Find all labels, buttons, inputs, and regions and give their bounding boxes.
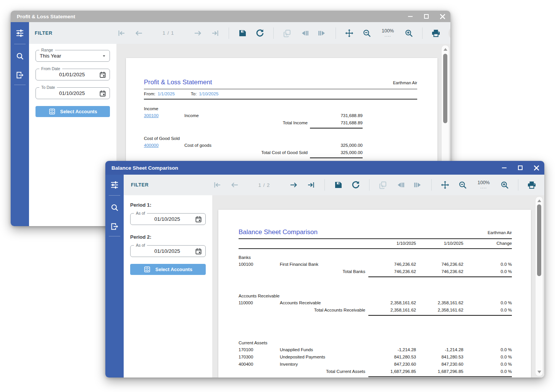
from-date-field[interactable]: From Date — [35, 69, 110, 80]
zoom-out-button[interactable] — [458, 180, 468, 190]
refresh-button[interactable] — [351, 180, 361, 190]
total-label: Total Current Assets — [280, 368, 368, 375]
total-label: Total Banks — [280, 268, 368, 275]
filter-sliders-icon — [15, 29, 24, 38]
report-title: Balance Sheet Comparison — [239, 229, 318, 236]
copy-page-button[interactable] — [282, 28, 292, 38]
scrollbar-thumb[interactable] — [443, 54, 447, 123]
step-forward-button[interactable] — [317, 28, 327, 38]
dropdown-caret[interactable] — [102, 53, 106, 58]
pan-tool-button[interactable] — [344, 28, 354, 38]
refresh-button[interactable] — [255, 28, 265, 38]
account-link[interactable]: 300100 — [144, 113, 158, 118]
minimize-button[interactable] — [502, 165, 507, 170]
period1-asof-label: As of — [134, 211, 147, 215]
select-accounts-button[interactable]: Select Accounts — [35, 106, 110, 117]
scrollbar-thumb[interactable] — [537, 204, 541, 276]
search-button[interactable] — [11, 47, 29, 66]
total-period2: 2,358,161.62 — [416, 307, 463, 316]
bsc-titlebar[interactable]: Balance Sheet Comparison — [105, 161, 544, 175]
first-page-button[interactable] — [116, 28, 126, 38]
to-date-calendar-button[interactable] — [99, 90, 106, 97]
report-company: Earthman Air — [393, 79, 417, 86]
step-forward-icon — [413, 180, 423, 190]
amount-period2: 847,230.60 — [416, 361, 463, 368]
next-page-button[interactable] — [193, 28, 203, 38]
refresh-icon — [351, 180, 361, 190]
period2-asof-field[interactable]: As of — [130, 245, 206, 257]
search-icon — [15, 51, 24, 61]
table-row: 110000 Accounts Receivable 2,358,161.62 … — [239, 299, 512, 307]
period2-date-input[interactable] — [131, 248, 195, 254]
range-select[interactable] — [36, 53, 102, 59]
zoom-out-button[interactable] — [362, 28, 372, 38]
report-viewport[interactable]: Balance Sheet Comparison Earthman Air 1/… — [212, 195, 544, 378]
from-date-calendar-button[interactable] — [99, 71, 106, 79]
close-button[interactable] — [534, 165, 539, 170]
close-icon — [440, 14, 445, 19]
to-date-field[interactable]: To Date — [35, 87, 110, 99]
save-icon — [334, 180, 343, 190]
search-button[interactable] — [105, 198, 124, 217]
sidebar-divider — [109, 236, 120, 236]
export-button[interactable] — [105, 217, 124, 236]
close-button[interactable] — [440, 14, 445, 19]
zoom-level-control[interactable]: 100% .... — [475, 181, 492, 189]
step-forward-button[interactable] — [413, 180, 423, 190]
to-date-input[interactable] — [36, 90, 99, 96]
toc-book-button[interactable] — [449, 26, 450, 40]
zoom-in-button[interactable] — [404, 28, 414, 38]
scroll-up-arrow[interactable] — [444, 48, 447, 51]
period1-date-input[interactable] — [131, 216, 195, 222]
period1-asof-field[interactable]: As of — [130, 213, 206, 225]
select-accounts-button[interactable]: Select Accounts — [130, 264, 206, 275]
zoom-level-control[interactable]: 100% .... — [379, 29, 396, 37]
print-button[interactable] — [527, 180, 537, 190]
bsc-window: Balance Sheet Comparison — [105, 161, 544, 378]
step-backward-button[interactable] — [395, 180, 405, 190]
filter-panel-title: FILTER — [35, 31, 52, 36]
change-value: 0.0 % — [463, 299, 512, 307]
save-icon — [238, 29, 247, 38]
last-page-button[interactable] — [210, 28, 220, 38]
filter-panel-toggle-button[interactable] — [105, 175, 124, 194]
previous-page-button[interactable] — [230, 180, 240, 190]
save-button[interactable] — [237, 28, 247, 38]
maximize-button[interactable] — [424, 14, 429, 19]
scroll-up-arrow[interactable] — [537, 199, 541, 202]
next-page-button[interactable] — [289, 180, 298, 190]
report-toolbar: FILTER 1 / 1 — [29, 22, 450, 44]
table-row: 300100 Income 731,688.89 — [144, 112, 417, 119]
account-desc: Unapplied Funds — [280, 346, 368, 353]
save-button[interactable] — [333, 180, 343, 190]
pnl-titlebar[interactable]: Profit & Loss Statement — [11, 11, 450, 22]
window-controls — [502, 165, 539, 170]
last-page-button[interactable] — [306, 180, 316, 190]
account-number: 100100 — [239, 261, 280, 268]
period1-calendar-button[interactable] — [195, 215, 202, 223]
toolbar-separator — [422, 27, 423, 39]
filter-panel-toggle-button[interactable] — [11, 24, 29, 43]
previous-page-button[interactable] — [134, 28, 144, 38]
export-button[interactable] — [11, 66, 29, 85]
filter-panel: Range From Date To Date — [29, 44, 116, 226]
vertical-scrollbar[interactable] — [535, 196, 543, 376]
from-date-input[interactable] — [36, 71, 99, 78]
range-field[interactable]: Range — [35, 50, 110, 62]
account-link[interactable]: 400000 — [144, 143, 158, 148]
scroll-down-arrow[interactable] — [537, 371, 541, 373]
export-icon — [110, 222, 119, 231]
print-button[interactable] — [431, 28, 441, 38]
maximize-button[interactable] — [518, 165, 523, 170]
print-icon — [527, 180, 536, 190]
step-backward-button[interactable] — [300, 28, 310, 38]
zoom-in-button[interactable] — [500, 180, 510, 190]
pan-tool-button[interactable] — [440, 180, 450, 190]
copy-page-button[interactable] — [378, 180, 388, 190]
pan-tool-icon — [345, 29, 354, 38]
window-controls — [408, 14, 445, 19]
search-icon — [110, 203, 119, 212]
period2-calendar-button[interactable] — [195, 247, 202, 255]
minimize-button[interactable] — [408, 14, 413, 19]
first-page-button[interactable] — [212, 180, 222, 190]
